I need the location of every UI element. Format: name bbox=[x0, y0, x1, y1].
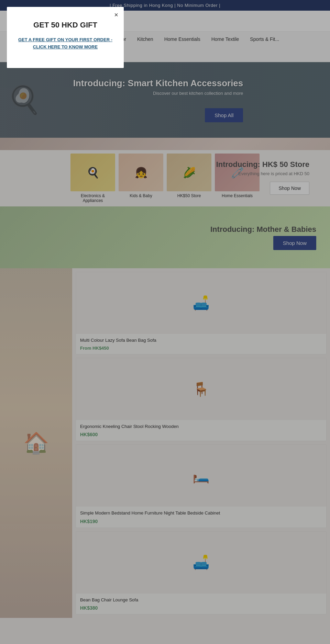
popup-link[interactable]: GET A FREE GIFT ON YOUR FIRST ORDER - CL… bbox=[17, 36, 113, 51]
popup-title: GET 50 HKD GIFT bbox=[17, 21, 113, 30]
popup-modal: × GET 50 HKD GIFT GET A FREE GIFT ON YOU… bbox=[7, 7, 124, 68]
popup-close-button[interactable]: × bbox=[114, 11, 118, 19]
popup-overlay: × GET 50 HKD GIFT GET A FREE GIFT ON YOU… bbox=[0, 0, 330, 618]
